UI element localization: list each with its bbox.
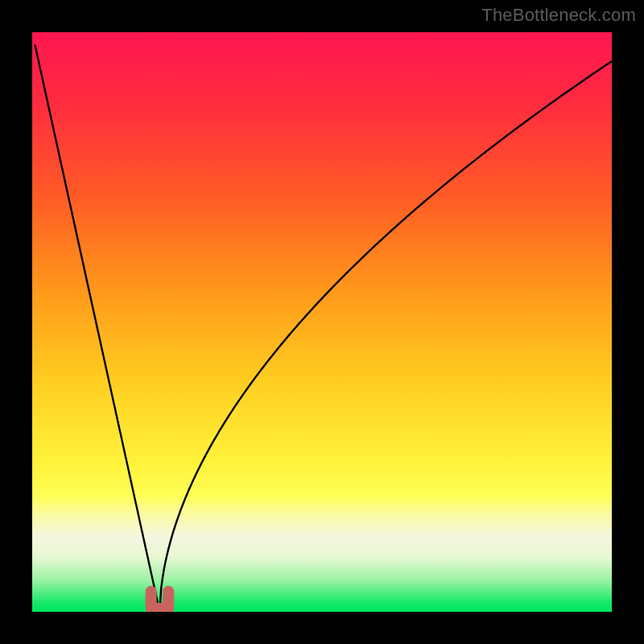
chart-frame: TheBottleneck.com: [0, 0, 644, 644]
curve-layer: [32, 32, 612, 612]
curve-right-branch: [159, 61, 612, 612]
curve-left-branch: [35, 45, 160, 612]
watermark-text: TheBottleneck.com: [481, 5, 636, 26]
plot-area: [32, 32, 612, 612]
